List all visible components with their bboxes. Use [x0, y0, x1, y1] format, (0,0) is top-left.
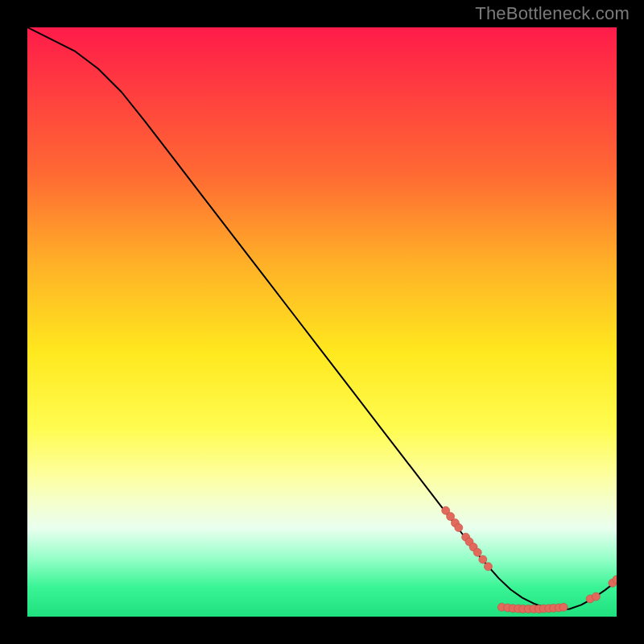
data-point	[479, 555, 487, 564]
bottleneck-curve	[27, 27, 617, 609]
plot-area	[27, 27, 617, 617]
data-point	[592, 592, 600, 601]
data-point	[484, 563, 492, 571]
data-point	[455, 524, 463, 532]
data-point	[473, 548, 481, 556]
data-points	[442, 506, 617, 613]
attribution-text: TheBottleneck.com	[475, 3, 630, 24]
chart-svg	[27, 27, 617, 617]
data-point	[559, 603, 568, 611]
curve-path	[27, 27, 617, 609]
chart-container: TheBottleneck.com	[0, 0, 644, 644]
